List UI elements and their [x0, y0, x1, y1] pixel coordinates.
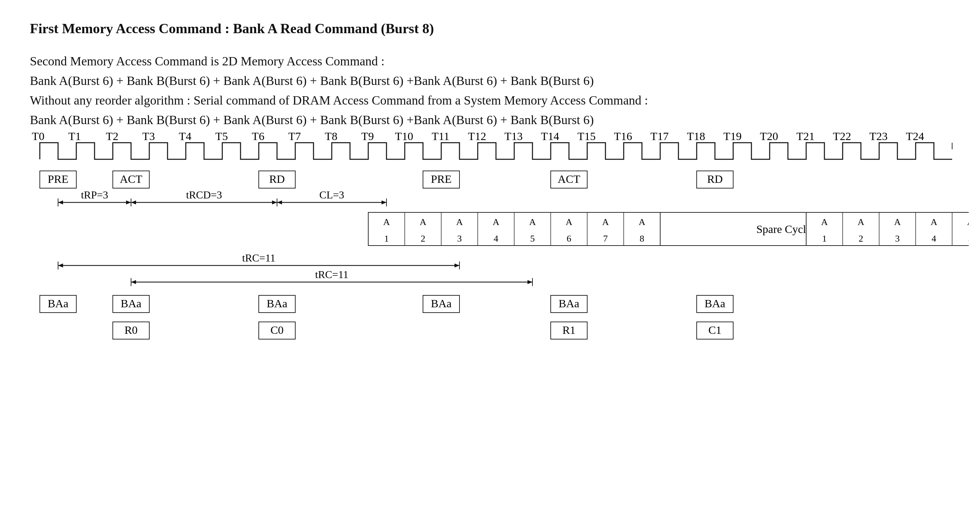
svg-text:PRE: PRE [48, 173, 68, 185]
svg-text:BAa: BAa [431, 298, 452, 310]
svg-text:T8: T8 [325, 130, 337, 142]
svg-text:T16: T16 [614, 130, 632, 142]
svg-text:3: 3 [895, 233, 900, 243]
svg-text:5: 5 [530, 233, 535, 243]
svg-text:tRC=11: tRC=11 [315, 269, 348, 280]
svg-text:T20: T20 [760, 130, 778, 142]
act2-command: ACT [551, 171, 587, 188]
svg-text:7: 7 [603, 233, 608, 243]
svg-text:2: 2 [421, 233, 425, 243]
svg-text:RD: RD [707, 173, 722, 185]
description-block: Second Memory Access Command is 2D Memor… [30, 51, 648, 130]
svg-marker-70 [131, 201, 136, 204]
trc2-arrow: tRC=11 [131, 269, 533, 286]
svg-text:T12: T12 [468, 130, 486, 142]
svg-text:1: 1 [822, 233, 827, 243]
rd1-command: RD [259, 171, 295, 188]
svg-marker-76 [382, 201, 387, 204]
svg-text:R1: R1 [562, 324, 576, 336]
svg-text:T11: T11 [432, 130, 450, 142]
c0-box: C0 [259, 322, 295, 339]
svg-text:4: 4 [932, 233, 936, 243]
svg-text:T5: T5 [215, 130, 228, 142]
svg-text:T18: T18 [687, 130, 705, 142]
svg-text:C0: C0 [270, 324, 284, 336]
timing-diagram: T0 T1 T2 T3 T4 T5 T6 T7 T8 T9 T10 T11 T1… [20, 123, 969, 488]
svg-text:T3: T3 [142, 130, 155, 142]
svg-text:T1: T1 [68, 130, 81, 142]
baa3: BAa [259, 295, 295, 313]
rd2-command: RD [697, 171, 733, 188]
r0-box: R0 [113, 322, 149, 339]
burst6-data: A 1 A 2 A 3 A 4 A 5 A 6 [806, 212, 969, 245]
svg-marker-124 [58, 264, 63, 267]
svg-marker-130 [131, 280, 136, 284]
baa5: BAa [551, 295, 587, 313]
svg-text:A: A [566, 217, 573, 227]
svg-text:T10: T10 [395, 130, 414, 142]
svg-text:BAa: BAa [121, 298, 141, 310]
svg-text:T14: T14 [541, 130, 559, 142]
act1-command: ACT [113, 171, 149, 188]
svg-text:T24: T24 [906, 130, 924, 142]
svg-text:A: A [858, 217, 865, 227]
svg-text:tRCD=3: tRCD=3 [186, 189, 222, 201]
svg-text:A: A [493, 217, 500, 227]
svg-text:A: A [931, 217, 937, 227]
desc-line2: Bank A(Burst 6) + Bank B(Burst 6) + Bank… [30, 71, 648, 91]
pre1-command: PRE [40, 171, 76, 188]
svg-text:T23: T23 [870, 130, 888, 142]
svg-text:A: A [602, 217, 609, 227]
svg-text:8: 8 [640, 233, 644, 243]
baa2: BAa [113, 295, 149, 313]
svg-marker-131 [528, 280, 533, 284]
svg-text:A: A [456, 217, 463, 227]
svg-text:BAa: BAa [267, 298, 287, 310]
svg-text:tRC=11: tRC=11 [242, 252, 275, 264]
svg-marker-64 [58, 201, 63, 204]
baa1: BAa [40, 295, 76, 313]
svg-text:T21: T21 [797, 130, 815, 142]
svg-text:4: 4 [494, 233, 498, 243]
svg-text:T22: T22 [833, 130, 851, 142]
svg-text:C1: C1 [708, 324, 722, 336]
svg-rect-105 [806, 212, 969, 245]
c1-box: C1 [697, 322, 733, 339]
svg-text:6: 6 [566, 233, 571, 243]
svg-text:T0: T0 [32, 130, 45, 142]
burst8-data: A 1 A 2 A 3 A 4 A 5 A 6 A 7 A 8 [368, 212, 660, 245]
svg-text:T7: T7 [288, 130, 301, 142]
svg-text:5: 5 [968, 233, 969, 243]
page-title: First Memory Access Command : Bank A Rea… [30, 18, 434, 39]
svg-text:1: 1 [384, 233, 389, 243]
svg-text:BAa: BAa [48, 298, 68, 310]
svg-text:R0: R0 [124, 324, 138, 336]
timing-arrows: tRP=3 tRCD=3 CL=3 [58, 189, 387, 207]
svg-text:RD: RD [269, 173, 285, 185]
svg-text:T17: T17 [651, 130, 669, 142]
svg-text:A: A [967, 217, 969, 227]
svg-text:BAa: BAa [559, 298, 579, 310]
pre2-command: PRE [423, 171, 460, 188]
desc-line1: Second Memory Access Command is 2D Memor… [30, 51, 648, 71]
svg-text:ACT: ACT [558, 173, 580, 185]
svg-text:T15: T15 [578, 130, 596, 142]
svg-text:A: A [639, 217, 646, 227]
svg-text:3: 3 [457, 233, 462, 243]
baa4: BAa [423, 295, 460, 313]
svg-text:A: A [420, 217, 426, 227]
desc-line3: Without any reorder algorithm : Serial c… [30, 91, 648, 110]
svg-marker-125 [455, 264, 460, 267]
svg-text:tRP=3: tRP=3 [81, 189, 108, 201]
svg-text:PRE: PRE [431, 173, 452, 185]
svg-text:T4: T4 [179, 130, 191, 142]
svg-text:T13: T13 [504, 130, 523, 142]
svg-marker-65 [126, 201, 131, 204]
clock-waveform [40, 143, 952, 159]
svg-text:A: A [529, 217, 536, 227]
baa6: BAa [697, 295, 733, 313]
clock-labels: T0 T1 T2 T3 T4 T5 T6 T7 T8 T9 T10 T11 T1… [32, 130, 952, 149]
svg-text:A: A [383, 217, 390, 227]
svg-text:A: A [821, 217, 828, 227]
svg-text:2: 2 [859, 233, 863, 243]
